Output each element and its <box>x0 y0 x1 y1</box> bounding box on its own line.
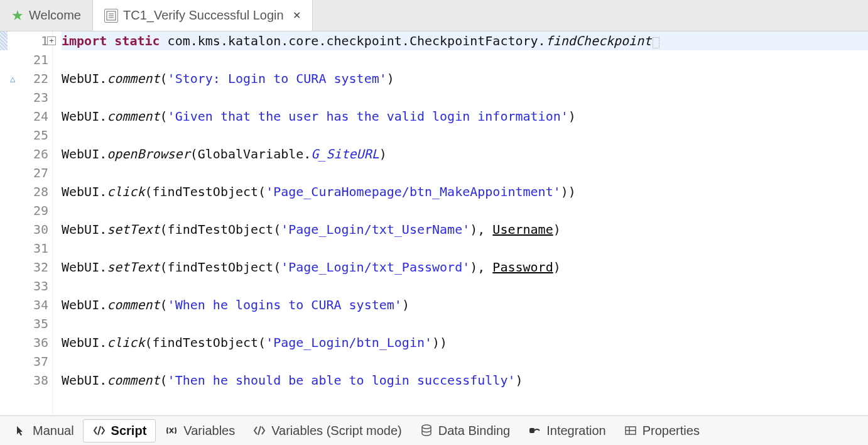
code-line[interactable]: WebUI.comment('Then he should be able to… <box>62 371 868 390</box>
code-line[interactable]: WebUI.setText(findTestObject('Page_Login… <box>62 220 868 239</box>
btab-label: Integration <box>546 424 606 438</box>
token-pkg: )) <box>561 184 576 199</box>
token-pkg: (findTestObject( <box>144 184 266 199</box>
tab-manual[interactable]: Manual <box>5 420 83 442</box>
token-pkg: WebUI. <box>62 71 107 86</box>
star-icon: ★ <box>11 8 24 24</box>
code-line[interactable]: WebUI.openBrowser(GlobalVariable.G_SiteU… <box>62 145 868 163</box>
tab-script[interactable]: Script <box>83 419 156 442</box>
token-pkg: WebUI. <box>62 184 107 199</box>
code-line[interactable] <box>62 314 868 333</box>
gutter-line: 36 <box>8 333 48 352</box>
token-pkg: WebUI. <box>62 146 107 162</box>
code-line[interactable] <box>62 88 868 107</box>
token-pkg: (findTestObject( <box>144 335 266 350</box>
token-method-i: click <box>107 184 144 199</box>
code-line[interactable]: WebUI.click(findTestObject('Page_CuraHom… <box>62 182 868 201</box>
gutter-line: 26 <box>8 145 48 163</box>
tab-variables-script[interactable]: Variables (Script mode) <box>244 420 410 442</box>
code-line[interactable] <box>62 239 868 258</box>
gutter-line: 32 <box>8 258 48 277</box>
gutter-line: 31 <box>8 239 48 258</box>
token-method-i: click <box>107 335 144 350</box>
token-pkg: ), <box>470 222 492 237</box>
btab-label: Variables <box>183 424 235 438</box>
token-kw: import <box>62 33 107 48</box>
token-pkg: ) <box>568 109 576 124</box>
token-pkg: WebUI. <box>62 222 107 237</box>
token-method-i: openBrowser <box>107 146 190 162</box>
gutter-line: 30 <box>8 220 48 239</box>
token-str: 'Page_CuraHomepage/btn_MakeAppointment' <box>266 184 561 199</box>
token-pkg: com.kms.katalon.core.checkpoint.Checkpoi… <box>168 33 546 48</box>
token-str: 'When he logins to CURA system' <box>168 297 402 312</box>
grid-icon <box>624 424 637 437</box>
line-gutter: 1+2122△23242526272829303132333435363738 <box>8 31 53 415</box>
code-line[interactable]: import static com.kms.katalon.core.check… <box>62 31 868 50</box>
token-str: 'Then he should be able to login success… <box>168 373 516 388</box>
token-glb: G_SiteURL <box>311 146 379 162</box>
token-under: Password <box>492 260 553 275</box>
code-line[interactable]: WebUI.comment('When he logins to CURA sy… <box>62 295 868 314</box>
token-pkg: ) <box>515 373 523 388</box>
code-line[interactable] <box>62 352 868 371</box>
code-line[interactable] <box>62 126 868 145</box>
tab-integration[interactable]: Integration <box>519 420 615 442</box>
token-method-i: comment <box>107 71 160 86</box>
gutter-line: 34 <box>8 295 48 314</box>
gutter-line: 1+ <box>8 31 48 50</box>
token-pkg: ( <box>160 109 168 124</box>
tab-variables[interactable]: Variables <box>156 420 244 442</box>
token-pkg: )) <box>432 335 447 350</box>
btab-label: Variables (Script mode) <box>271 424 401 438</box>
bottom-tab-bar: Manual Script Variables Variables (Scrip… <box>0 415 868 445</box>
code-line[interactable]: WebUI.click(findTestObject('Page_Login/b… <box>62 333 868 352</box>
token-pkg: ( <box>160 297 168 312</box>
tab-testcase[interactable]: TC1_Verify Successful Login ✕ <box>93 0 313 31</box>
test-case-icon <box>104 9 118 23</box>
gutter-line: 25 <box>8 126 48 145</box>
code-line[interactable]: WebUI.comment('Given that the user has t… <box>62 107 868 126</box>
gutter-line: 35 <box>8 314 48 333</box>
token-pkg: ) <box>402 297 410 312</box>
code-line[interactable] <box>62 50 868 69</box>
token-pkg: WebUI. <box>62 109 107 124</box>
token-method-i: setText <box>107 260 160 275</box>
gutter-line: 27 <box>8 163 48 182</box>
editor-tab-bar: ★ Welcome TC1_Verify Successful Login ✕ <box>0 0 868 31</box>
gutter-line: 28 <box>8 182 48 201</box>
code-line[interactable] <box>62 163 868 182</box>
token-method-i: comment <box>107 373 160 388</box>
token-pkg: ( <box>160 373 168 388</box>
token-pkg: WebUI. <box>62 297 107 312</box>
gutter-line: 38 <box>8 371 48 390</box>
code-icon <box>252 424 266 437</box>
code-icon <box>92 424 106 437</box>
gutter-line: 22△ <box>8 69 48 88</box>
token-str: 'Page_Login/txt_Password' <box>281 260 470 275</box>
close-icon[interactable]: ✕ <box>293 9 301 21</box>
token-pkg: ), <box>470 260 492 275</box>
code-line[interactable] <box>62 277 868 295</box>
integration-icon <box>528 424 541 437</box>
token-str: 'Page_Login/txt_UserName' <box>281 222 470 237</box>
code-editor[interactable]: 1+2122△23242526272829303132333435363738 … <box>0 31 868 415</box>
gutter-line: 37 <box>8 352 48 371</box>
code-line[interactable]: WebUI.setText(findTestObject('Page_Login… <box>62 258 868 277</box>
tab-data-binding[interactable]: Data Binding <box>411 420 519 442</box>
tab-welcome[interactable]: ★ Welcome <box>0 0 93 31</box>
code-line[interactable] <box>62 201 868 220</box>
code-line[interactable]: WebUI.comment('Story: Login to CURA syst… <box>62 69 868 88</box>
token-pkg: WebUI. <box>62 373 107 388</box>
token-method-i: comment <box>107 109 160 124</box>
btab-label: Script <box>111 424 147 438</box>
tab-label: Welcome <box>29 8 81 23</box>
token-str: 'Page_Login/btn_Login' <box>266 335 432 350</box>
fold-toggle[interactable]: + <box>47 36 56 45</box>
token-kw: static <box>114 33 160 48</box>
tab-properties[interactable]: Properties <box>615 420 708 442</box>
cursor-icon <box>14 424 28 437</box>
code-area[interactable]: import static com.kms.katalon.core.check… <box>53 31 868 415</box>
gutter-line: 33 <box>8 277 48 295</box>
token-pkg: (GlobalVariable. <box>190 146 312 162</box>
